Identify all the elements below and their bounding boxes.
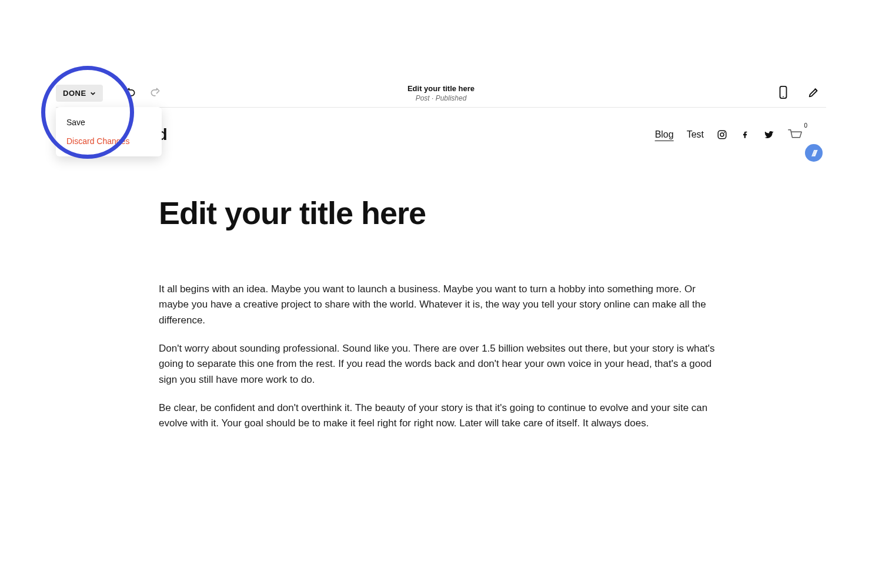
editor-toolbar: DONE Save Discard Changes	[56, 79, 826, 108]
redo-button	[145, 83, 165, 103]
post-paragraph: Don't worry about sounding professional.…	[159, 341, 723, 387]
design-button[interactable]	[804, 83, 824, 103]
instagram-icon[interactable]	[717, 129, 727, 140]
extension-badge-icon: ///	[812, 148, 816, 158]
site-nav: Blog Test 0	[655, 128, 803, 141]
discard-menu-item[interactable]: Discard Changes	[56, 132, 162, 151]
nav-link-blog[interactable]: Blog	[655, 129, 674, 140]
done-button[interactable]: DONE	[56, 85, 103, 102]
svg-point-1	[783, 96, 784, 97]
mobile-preview-button[interactable]	[773, 83, 793, 103]
post-title[interactable]: Edit your title here	[159, 197, 723, 229]
phone-icon	[779, 86, 788, 101]
redo-icon	[149, 86, 161, 101]
cart-count: 0	[804, 122, 807, 129]
extension-badge[interactable]: ///	[805, 144, 823, 162]
post-content: /// Edit your title here It all begins w…	[56, 144, 826, 432]
page-title: Edit your title here	[407, 84, 475, 93]
nav-link-test[interactable]: Test	[687, 129, 704, 140]
post-paragraph: Be clear, be confident and don't overthi…	[159, 400, 723, 432]
undo-button[interactable]	[121, 83, 141, 103]
post-body[interactable]: It all begins with an idea. Maybe you wa…	[159, 282, 723, 432]
done-button-label: DONE	[63, 89, 86, 98]
cart-icon	[787, 133, 803, 143]
twitter-icon[interactable]	[764, 129, 774, 140]
undo-icon	[125, 86, 136, 101]
page-context: Edit your title here Post · Published	[407, 84, 475, 103]
save-menu-item[interactable]: Save	[56, 113, 162, 132]
cart-button[interactable]: 0	[787, 128, 803, 141]
chevron-down-icon	[90, 91, 96, 96]
svg-point-3	[720, 133, 724, 136]
paintbrush-icon	[807, 86, 820, 101]
facebook-icon[interactable]	[740, 129, 751, 140]
svg-point-4	[724, 132, 725, 133]
post-paragraph: It all begins with an idea. Maybe you wa…	[159, 282, 723, 328]
site-header: Playground Blog Test 0	[56, 108, 826, 144]
page-meta: Post · Published	[407, 94, 475, 102]
done-dropdown: Save Discard Changes	[56, 107, 162, 156]
